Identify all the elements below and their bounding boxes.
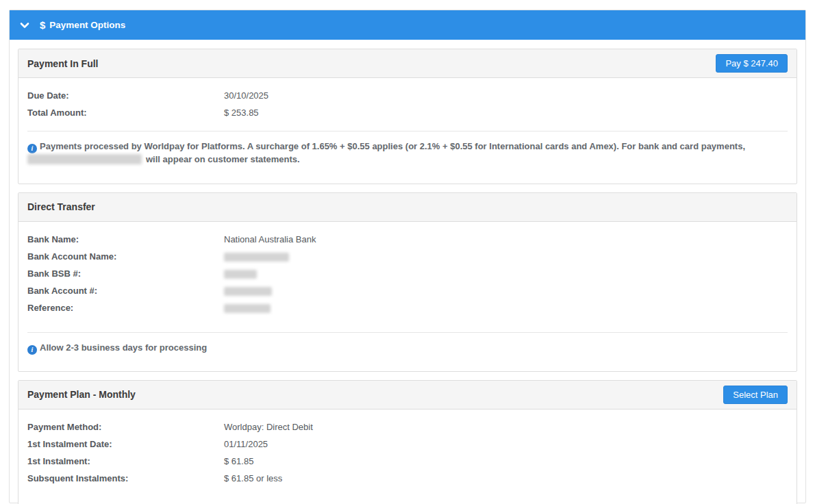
panel-payment-in-full-header: Payment In Full Pay $ 247.40 <box>18 49 797 78</box>
row-value: $ 61.85 or less <box>224 470 282 487</box>
panel-direct-transfer: Direct Transfer Bank Name: National Aust… <box>18 192 797 372</box>
redacted-value <box>224 304 271 313</box>
row-label: Total Amount: <box>27 104 224 121</box>
row-due-date: Due Date: 30/10/2025 <box>27 87 788 104</box>
panel-payment-in-full-body: Due Date: 30/10/2025 Total Amount: $ 253… <box>18 78 797 184</box>
row-label: Due Date: <box>27 87 224 104</box>
spacer <box>27 316 788 332</box>
row-value <box>224 282 272 299</box>
redacted-value <box>224 253 289 262</box>
row-value: 30/10/2025 <box>224 87 268 104</box>
redacted-merchant-name <box>27 154 142 164</box>
processing-note: iAllow 2-3 business days for processing <box>27 333 788 355</box>
row-label: 1st Instalment Date: <box>27 436 224 453</box>
panel-payment-plan: Payment Plan - Monthly Select Plan Payme… <box>18 380 797 504</box>
payment-options-header[interactable]: $ Payment Options <box>10 10 805 40</box>
row-value: National Australia Bank <box>224 231 316 248</box>
row-value: 01/11/2025 <box>224 436 268 453</box>
select-plan-button[interactable]: Select Plan <box>723 386 788 404</box>
row-payment-method: Payment Method: Worldpay: Direct Debit <box>27 418 788 436</box>
row-reference: Reference: <box>27 299 788 316</box>
chevron-down-icon <box>19 20 30 31</box>
row-value <box>224 299 271 316</box>
row-label: Bank Account #: <box>27 282 224 299</box>
panel-title: Payment In Full <box>27 58 98 69</box>
row-total-amount: Total Amount: $ 253.85 <box>27 104 788 121</box>
payment-options-content: Payment In Full Pay $ 247.40 Due Date: 3… <box>10 40 805 504</box>
row-label: Bank Name: <box>27 231 224 248</box>
row-bank-account-name: Bank Account Name: <box>27 248 788 265</box>
section-title: Payment Options <box>49 20 125 30</box>
row-value <box>224 248 289 265</box>
panel-payment-plan-header: Payment Plan - Monthly Select Plan <box>18 381 797 410</box>
row-label: Reference: <box>27 299 224 316</box>
row-value: $ 253.85 <box>224 104 259 121</box>
row-first-instalment-date: 1st Instalment Date: 01/11/2025 <box>27 436 788 453</box>
surcharge-note-text-after: will appear on customer statements. <box>146 154 300 164</box>
row-subsequent-instalments: Subsquent Instalments: $ 61.85 or less <box>27 470 788 487</box>
redacted-value <box>224 287 272 296</box>
processing-note-text: Allow 2-3 business days for processing <box>40 342 207 353</box>
row-value: Worldpay: Direct Debit <box>224 418 313 436</box>
row-value <box>224 265 257 282</box>
panel-payment-in-full: Payment In Full Pay $ 247.40 Due Date: 3… <box>18 49 797 184</box>
info-icon: i <box>27 345 37 355</box>
panel-direct-transfer-header: Direct Transfer <box>18 193 797 222</box>
row-bank-name: Bank Name: National Australia Bank <box>27 231 788 248</box>
surcharge-note: iPayments processed by Worldpay for Plat… <box>27 131 788 166</box>
panel-payment-plan-body: Payment Method: Worldpay: Direct Debit 1… <box>18 410 797 504</box>
panel-title: Payment Plan - Monthly <box>27 389 136 400</box>
pay-button[interactable]: Pay $ 247.40 <box>716 54 788 73</box>
redacted-value <box>224 270 257 279</box>
row-label: 1st Instalment: <box>27 453 224 470</box>
row-bank-account-number: Bank Account #: <box>27 282 788 299</box>
row-label: Bank Account Name: <box>27 248 224 265</box>
panel-direct-transfer-body: Bank Name: National Australia Bank Bank … <box>18 222 797 371</box>
row-label: Payment Method: <box>27 418 224 436</box>
surcharge-note-text: Payments processed by Worldpay for Platf… <box>40 141 745 151</box>
row-label: Bank BSB #: <box>27 265 224 282</box>
row-label: Subsquent Instalments: <box>27 470 224 487</box>
row-value: $ 61.85 <box>224 453 253 470</box>
payment-options-widget: $ Payment Options Payment In Full Pay $ … <box>9 10 806 503</box>
row-first-instalment: 1st Instalment: $ 61.85 <box>27 453 788 470</box>
panel-title: Direct Transfer <box>27 201 95 212</box>
dollar-icon: $ <box>40 19 45 31</box>
info-icon: i <box>27 144 37 153</box>
row-bank-bsb: Bank BSB #: <box>27 265 788 282</box>
